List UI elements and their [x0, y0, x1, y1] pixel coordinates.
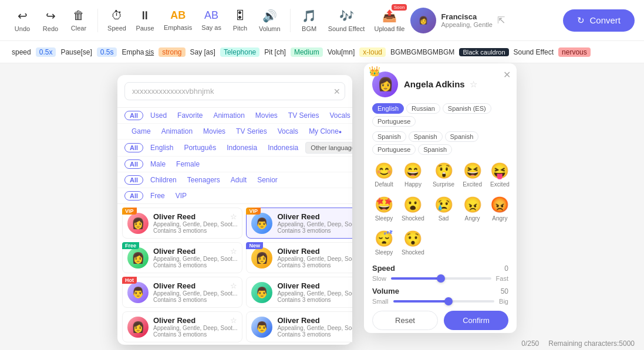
- filter-game[interactable]: Game: [128, 126, 154, 137]
- reset-button[interactable]: Reset: [372, 311, 438, 330]
- lang-spanish3[interactable]: Spanish: [445, 131, 479, 142]
- filter-male[interactable]: Male: [147, 159, 169, 169]
- clear-button[interactable]: 🗑 Clear: [66, 6, 92, 34]
- filter-all-price[interactable]: All: [124, 191, 143, 201]
- lang-english[interactable]: English: [372, 103, 404, 114]
- voice-sub: Contains 3 emotions: [277, 262, 352, 269]
- emotion-happy-1[interactable]: 😄 Happy: [399, 159, 427, 190]
- filter-favorite[interactable]: Favorite: [174, 110, 206, 121]
- filter-all-gender[interactable]: All: [124, 159, 143, 169]
- panel-close-button[interactable]: ✕: [503, 69, 511, 80]
- voice-card-1[interactable]: VIP 👩 Oliver Reed Appealing, Gentle, Dee…: [122, 208, 242, 239]
- star-icon[interactable]: ☆: [230, 247, 237, 256]
- say-as-button[interactable]: AB Say as: [198, 7, 225, 33]
- sound-effect-button[interactable]: 🎶 Sound Effect: [325, 6, 369, 35]
- emotion-surprise-2[interactable]: 😲 Surprise: [430, 159, 457, 190]
- filter-all-age[interactable]: All: [124, 175, 143, 185]
- volume-button[interactable]: 🔊 Volumn: [255, 6, 284, 35]
- tag-telephone[interactable]: Telephone: [220, 47, 259, 57]
- emotion-sleepy-10[interactable]: 😴 Sleepy: [372, 227, 396, 258]
- undo-button[interactable]: ↩ Undo: [9, 6, 35, 35]
- upload-file-button[interactable]: Soon 📤 Upload file: [370, 6, 408, 35]
- tag-xloud[interactable]: x-loud: [359, 47, 386, 57]
- voice-card-4[interactable]: New 👩 Oliver Reed Appealing, Gentle, Dee…: [246, 242, 352, 273]
- filter-vocals[interactable]: Vocals: [326, 110, 352, 121]
- convert-button[interactable]: ↻ Convert: [563, 9, 635, 32]
- star-icon[interactable]: ☆: [230, 316, 237, 325]
- lang-portuguese[interactable]: Portuguese: [372, 116, 416, 127]
- voice-card-7[interactable]: 👩 Oliver Reed Appealing, Gentle, Deep, S…: [122, 311, 242, 342]
- emotion-shocked-6[interactable]: 😮 Shocked: [399, 193, 427, 224]
- volume-track[interactable]: [393, 300, 495, 303]
- emotion-excited-3[interactable]: 😆 Excited: [460, 159, 484, 190]
- emotion-sleepy-5[interactable]: 🤩 Sleepy: [372, 193, 396, 224]
- tag-nervous[interactable]: nervous: [558, 47, 591, 57]
- speed-header: Speed 0: [372, 264, 508, 273]
- filter-english[interactable]: English: [147, 142, 177, 153]
- redo-button[interactable]: ↪ Redo: [38, 6, 63, 35]
- filter-my-clone[interactable]: My Clone●: [305, 126, 345, 137]
- tag-speed-val[interactable]: 0.5x: [36, 47, 56, 57]
- filter-adult[interactable]: Adult: [227, 175, 250, 185]
- filter-indonesia[interactable]: Indonesia: [223, 142, 261, 153]
- lang-spanish-es[interactable]: Spanish (ES): [443, 103, 491, 114]
- emotion-excited-4[interactable]: 😝 Excited: [488, 159, 512, 190]
- voice-card-2[interactable]: VIP 👨 Oliver Reed Appealing, Gentle, Dee…: [246, 208, 352, 239]
- speed-track[interactable]: [391, 277, 491, 280]
- search-input[interactable]: [124, 82, 345, 100]
- filter-vocals2[interactable]: Vocals: [274, 126, 302, 137]
- user-avatar[interactable]: 👩: [410, 8, 436, 33]
- confirm-button[interactable]: Confirm: [444, 311, 508, 330]
- filter-all-cat[interactable]: All: [124, 111, 143, 120]
- tag-strong[interactable]: strong: [159, 47, 185, 57]
- filter-tv-series[interactable]: TV Series: [285, 110, 323, 121]
- emotion-sad-7[interactable]: 😢 Sad: [430, 193, 457, 224]
- bgm-button[interactable]: 🎵 BGM: [296, 6, 322, 35]
- lang-spanish4[interactable]: Spanish: [418, 144, 452, 155]
- filter-senior[interactable]: Senior: [254, 175, 281, 185]
- clear-icon[interactable]: ✕: [333, 87, 340, 96]
- star-icon[interactable]: ☆: [230, 212, 237, 221]
- filter-teenagers[interactable]: Teenagers: [184, 175, 224, 185]
- filter-tv-series2[interactable]: TV Series: [232, 126, 271, 137]
- voice-card-6[interactable]: 👨 Oliver Reed Appealing, Gentle, Deep, S…: [246, 277, 352, 308]
- tag-pause-val[interactable]: 0.5s: [97, 47, 117, 57]
- filter-free[interactable]: Free: [147, 191, 168, 201]
- pause-button[interactable]: ⏸ Pause: [132, 6, 158, 34]
- panel-star-icon[interactable]: ☆: [470, 79, 477, 89]
- tag-medium[interactable]: Medium: [291, 47, 323, 57]
- other-languages-select[interactable]: Other languages: [305, 142, 352, 154]
- tag-black-cauldron[interactable]: Black cauldron: [459, 48, 508, 56]
- voice-card-8[interactable]: 👨 Oliver Reed Appealing, Gentle, Deep, S…: [246, 311, 352, 342]
- filter-movies[interactable]: Movies: [252, 110, 281, 121]
- star-icon[interactable]: ☆: [230, 281, 237, 290]
- pitch-button[interactable]: 🎛 Pitch: [227, 6, 253, 34]
- voice-card-5[interactable]: Hot 👨 Oliver Reed Appealing, Gentle, Dee…: [122, 277, 242, 308]
- filter-all-lang[interactable]: All: [124, 143, 143, 152]
- filter-used[interactable]: Used: [147, 110, 170, 121]
- expand-icon[interactable]: ⇱: [497, 15, 505, 26]
- emotion-shocked-11[interactable]: 😯 Shocked: [399, 227, 427, 258]
- voice-card-3[interactable]: Free 👩 Oliver Reed Appealing, Gentle, De…: [122, 242, 242, 273]
- lang-russian[interactable]: Russian: [406, 103, 440, 114]
- filter-animation[interactable]: Animation: [210, 110, 248, 121]
- emphasis-button[interactable]: AB Emphasis: [160, 7, 195, 33]
- filter-female[interactable]: Female: [173, 159, 203, 169]
- filter-portuguese[interactable]: Português: [180, 142, 220, 153]
- speed-thumb[interactable]: [437, 274, 445, 283]
- volume-thumb[interactable]: [444, 297, 453, 305]
- emotion-angry-8[interactable]: 😠 Angry: [460, 193, 484, 224]
- emotion-angry-9[interactable]: 😡 Angry: [488, 193, 512, 224]
- filter-animation3[interactable]: Animation: [158, 126, 196, 137]
- speed-button[interactable]: ⏱ Speed: [104, 6, 130, 34]
- upload-label: Upload file: [374, 25, 404, 32]
- filter-indonesia2[interactable]: Indonesia: [264, 142, 302, 153]
- emotion-default-0[interactable]: 😊 Default: [372, 159, 396, 190]
- lang-spanish1[interactable]: Spanish: [372, 131, 406, 142]
- filter-vip[interactable]: VIP: [172, 191, 190, 201]
- filter-movies2[interactable]: Movies: [200, 126, 229, 137]
- filter-children[interactable]: Children: [147, 175, 180, 185]
- voice-avatar: 👨: [251, 317, 272, 338]
- lang-portuguese2[interactable]: Portuguese: [372, 144, 416, 155]
- lang-spanish2[interactable]: Spanish: [409, 131, 443, 142]
